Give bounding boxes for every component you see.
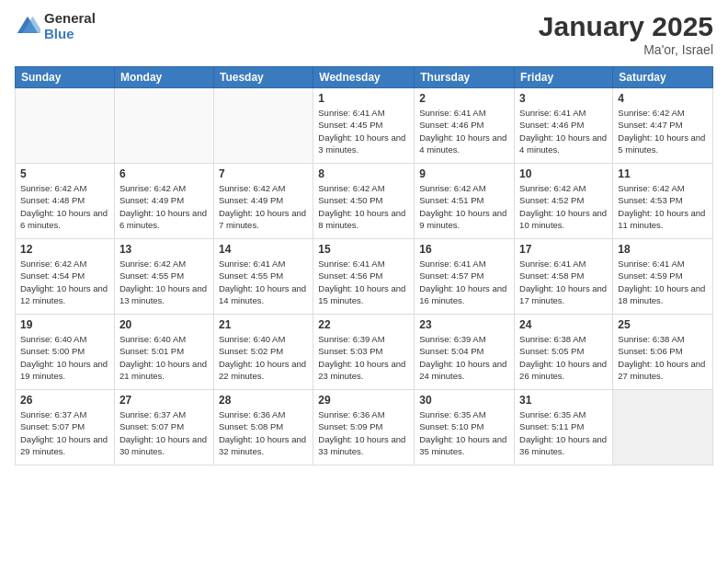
day-number: 7 (219, 167, 308, 180)
calendar-cell: 30Sunrise: 6:35 AMSunset: 5:10 PMDayligh… (415, 390, 515, 465)
calendar-week-row: 19Sunrise: 6:40 AMSunset: 5:00 PMDayligh… (16, 315, 713, 390)
calendar-cell: 10Sunrise: 6:42 AMSunset: 4:52 PMDayligh… (515, 164, 613, 239)
calendar-cell: 1Sunrise: 6:41 AMSunset: 4:45 PMDaylight… (313, 88, 415, 164)
day-of-week-header: Monday (114, 67, 213, 88)
calendar-cell (114, 88, 213, 164)
calendar-cell (16, 88, 115, 164)
logo: General Blue (15, 11, 96, 41)
calendar-cell: 12Sunrise: 6:42 AMSunset: 4:54 PMDayligh… (16, 239, 115, 315)
calendar-cell: 8Sunrise: 6:42 AMSunset: 4:50 PMDaylight… (313, 164, 415, 239)
day-number: 24 (519, 318, 608, 331)
calendar-cell: 27Sunrise: 6:37 AMSunset: 5:07 PMDayligh… (114, 390, 213, 465)
day-info: Sunrise: 6:38 AMSunset: 5:06 PMDaylight:… (618, 333, 708, 382)
day-info: Sunrise: 6:42 AMSunset: 4:50 PMDaylight:… (318, 182, 409, 231)
calendar-header-row: SundayMondayTuesdayWednesdayThursdayFrid… (16, 67, 713, 88)
day-info: Sunrise: 6:41 AMSunset: 4:56 PMDaylight:… (318, 258, 409, 306)
day-info: Sunrise: 6:37 AMSunset: 5:07 PMDaylight:… (20, 408, 109, 457)
calendar-week-row: 1Sunrise: 6:41 AMSunset: 4:45 PMDaylight… (16, 88, 713, 164)
calendar-cell: 20Sunrise: 6:40 AMSunset: 5:01 PMDayligh… (114, 315, 213, 390)
logo-text: General Blue (44, 11, 96, 41)
day-number: 5 (20, 167, 109, 180)
day-number: 17 (519, 243, 608, 256)
calendar-cell: 21Sunrise: 6:40 AMSunset: 5:02 PMDayligh… (213, 315, 313, 390)
day-number: 22 (318, 318, 409, 331)
calendar-cell: 28Sunrise: 6:36 AMSunset: 5:08 PMDayligh… (213, 390, 313, 465)
calendar-cell: 24Sunrise: 6:38 AMSunset: 5:05 PMDayligh… (515, 315, 613, 390)
month-title: January 2025 (539, 11, 713, 42)
calendar-cell: 16Sunrise: 6:41 AMSunset: 4:57 PMDayligh… (415, 239, 515, 315)
day-info: Sunrise: 6:36 AMSunset: 5:08 PMDaylight:… (219, 408, 308, 457)
calendar-cell: 11Sunrise: 6:42 AMSunset: 4:53 PMDayligh… (613, 164, 713, 239)
calendar-cell: 18Sunrise: 6:41 AMSunset: 4:59 PMDayligh… (613, 239, 713, 315)
calendar-cell: 7Sunrise: 6:42 AMSunset: 4:49 PMDaylight… (213, 164, 313, 239)
calendar-cell: 13Sunrise: 6:42 AMSunset: 4:55 PMDayligh… (114, 239, 213, 315)
day-number: 20 (119, 318, 209, 331)
day-number: 6 (119, 167, 209, 180)
logo-blue-text: Blue (44, 27, 96, 42)
day-info: Sunrise: 6:42 AMSunset: 4:51 PMDaylight:… (419, 182, 509, 231)
day-info: Sunrise: 6:42 AMSunset: 4:55 PMDaylight:… (119, 258, 209, 306)
day-number: 1 (318, 92, 409, 105)
day-info: Sunrise: 6:41 AMSunset: 4:46 PMDaylight:… (419, 107, 509, 155)
day-info: Sunrise: 6:42 AMSunset: 4:52 PMDaylight:… (519, 182, 608, 231)
day-info: Sunrise: 6:41 AMSunset: 4:46 PMDaylight:… (519, 107, 608, 155)
day-info: Sunrise: 6:39 AMSunset: 5:03 PMDaylight:… (318, 333, 409, 382)
calendar-cell: 3Sunrise: 6:41 AMSunset: 4:46 PMDaylight… (515, 88, 613, 164)
day-number: 19 (20, 318, 109, 331)
day-info: Sunrise: 6:41 AMSunset: 4:58 PMDaylight:… (519, 258, 608, 306)
day-of-week-header: Sunday (16, 67, 115, 88)
day-number: 10 (519, 167, 608, 180)
day-number: 14 (219, 243, 308, 256)
calendar-week-row: 26Sunrise: 6:37 AMSunset: 5:07 PMDayligh… (16, 390, 713, 465)
day-info: Sunrise: 6:38 AMSunset: 5:05 PMDaylight:… (519, 333, 608, 382)
title-block: January 2025 Ma'or, Israel (539, 11, 713, 57)
calendar-cell (213, 88, 313, 164)
header: General Blue January 2025 Ma'or, Israel (15, 11, 713, 57)
day-number: 11 (618, 167, 708, 180)
day-info: Sunrise: 6:42 AMSunset: 4:49 PMDaylight:… (119, 182, 209, 231)
day-number: 28 (219, 394, 308, 407)
day-number: 26 (20, 394, 109, 407)
day-info: Sunrise: 6:37 AMSunset: 5:07 PMDaylight:… (119, 408, 209, 457)
day-number: 23 (419, 318, 509, 331)
day-of-week-header: Friday (515, 67, 613, 88)
day-info: Sunrise: 6:42 AMSunset: 4:54 PMDaylight:… (20, 258, 109, 306)
day-number: 27 (119, 394, 209, 407)
day-info: Sunrise: 6:42 AMSunset: 4:48 PMDaylight:… (20, 182, 109, 231)
calendar-cell: 2Sunrise: 6:41 AMSunset: 4:46 PMDaylight… (415, 88, 515, 164)
calendar-cell: 26Sunrise: 6:37 AMSunset: 5:07 PMDayligh… (16, 390, 115, 465)
day-of-week-header: Wednesday (313, 67, 415, 88)
calendar-cell: 19Sunrise: 6:40 AMSunset: 5:00 PMDayligh… (16, 315, 115, 390)
day-number: 9 (419, 167, 509, 180)
day-number: 4 (618, 92, 708, 105)
location: Ma'or, Israel (539, 42, 713, 57)
day-info: Sunrise: 6:41 AMSunset: 4:45 PMDaylight:… (318, 107, 409, 155)
day-info: Sunrise: 6:41 AMSunset: 4:59 PMDaylight:… (618, 258, 708, 306)
day-number: 30 (419, 394, 509, 407)
day-info: Sunrise: 6:40 AMSunset: 5:00 PMDaylight:… (20, 333, 109, 382)
day-info: Sunrise: 6:41 AMSunset: 4:57 PMDaylight:… (419, 258, 509, 306)
day-info: Sunrise: 6:42 AMSunset: 4:49 PMDaylight:… (219, 182, 308, 231)
day-info: Sunrise: 6:35 AMSunset: 5:11 PMDaylight:… (519, 408, 608, 457)
calendar-cell: 15Sunrise: 6:41 AMSunset: 4:56 PMDayligh… (313, 239, 415, 315)
day-info: Sunrise: 6:39 AMSunset: 5:04 PMDaylight:… (419, 333, 509, 382)
day-info: Sunrise: 6:40 AMSunset: 5:01 PMDaylight:… (119, 333, 209, 382)
day-info: Sunrise: 6:42 AMSunset: 4:47 PMDaylight:… (618, 107, 708, 155)
day-of-week-header: Tuesday (213, 67, 313, 88)
calendar-cell: 23Sunrise: 6:39 AMSunset: 5:04 PMDayligh… (415, 315, 515, 390)
day-of-week-header: Saturday (613, 67, 713, 88)
calendar-cell: 25Sunrise: 6:38 AMSunset: 5:06 PMDayligh… (613, 315, 713, 390)
calendar-week-row: 5Sunrise: 6:42 AMSunset: 4:48 PMDaylight… (16, 164, 713, 239)
logo-general-text: General (44, 11, 96, 27)
day-number: 31 (519, 394, 608, 407)
day-number: 12 (20, 243, 109, 256)
calendar-cell: 4Sunrise: 6:42 AMSunset: 4:47 PMDaylight… (613, 88, 713, 164)
day-number: 18 (618, 243, 708, 256)
day-number: 29 (318, 394, 409, 407)
day-number: 16 (419, 243, 509, 256)
logo-icon (15, 14, 40, 40)
calendar-cell (613, 390, 713, 465)
calendar-cell: 5Sunrise: 6:42 AMSunset: 4:48 PMDaylight… (16, 164, 115, 239)
day-number: 13 (119, 243, 209, 256)
calendar-cell: 29Sunrise: 6:36 AMSunset: 5:09 PMDayligh… (313, 390, 415, 465)
